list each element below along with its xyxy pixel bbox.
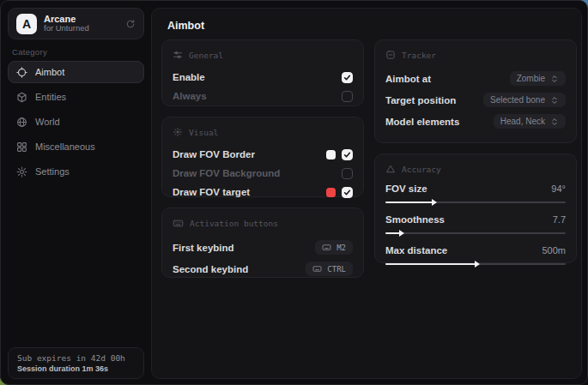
sliders-icon <box>173 50 183 60</box>
always-checkbox[interactable] <box>342 91 353 102</box>
setting-row-fov-border: Draw FOV Border <box>173 145 353 164</box>
slider-thumb[interactable] <box>432 199 437 206</box>
max-distance-slider[interactable] <box>385 263 566 265</box>
check-icon <box>343 189 351 196</box>
chevron-up-down-icon <box>550 96 559 105</box>
gear-icon <box>16 166 27 177</box>
fov-background-checkbox[interactable] <box>342 168 353 179</box>
fov-target-checkbox[interactable] <box>342 187 353 198</box>
setting-row-first-keybind: First keybind M2 <box>173 237 353 258</box>
activation-card: Activation buttons First keybind M2 Seco… <box>161 208 364 278</box>
setting-row-fov-background: Draw FOV Background <box>173 164 353 183</box>
setting-row-target-position: Target position Selected bone <box>385 89 566 111</box>
setting-label: Target position <box>385 95 456 105</box>
sidebar-item-aimbot[interactable]: Aimbot <box>8 61 144 83</box>
slider-thumb[interactable] <box>475 261 480 268</box>
slider-value: 7.7 <box>553 214 566 225</box>
first-keybind-button[interactable]: M2 <box>315 240 353 255</box>
keyboard-icon <box>312 264 322 274</box>
sidebar-item-label: Entities <box>35 92 66 102</box>
setting-label: Smoothness <box>385 214 445 225</box>
setting-row-always: Always <box>173 87 353 105</box>
keyboard-icon <box>322 243 331 252</box>
fov-border-checkbox[interactable] <box>342 149 353 160</box>
setting-row-fov-size: FOV size 94° <box>385 182 566 203</box>
card-title: Visual <box>189 128 218 137</box>
app-subtitle: for Unturned <box>44 24 118 33</box>
chevron-up-down-icon <box>550 117 559 126</box>
crosshair-icon <box>16 67 27 78</box>
setting-label: Enable <box>173 72 205 82</box>
dropdown-value: Selected bone <box>490 95 545 105</box>
card-title: Accuracy <box>402 165 441 174</box>
enable-checkbox[interactable] <box>342 72 353 83</box>
target-position-dropdown[interactable]: Selected bone <box>483 93 566 107</box>
card-title: Tracker <box>402 51 436 60</box>
page-title: Aimbot <box>167 20 204 32</box>
setting-label: Max distance <box>385 245 447 256</box>
category-label: Category <box>12 47 47 57</box>
brand-card: A Arcane for Unturned <box>8 8 144 39</box>
sidebar-item-label: Settings <box>35 166 70 177</box>
setting-row-smoothness: Smoothness 7.7 <box>385 213 566 234</box>
subscription-status-card: Sub expires in 42d 00h Session duration … <box>8 347 144 379</box>
sidebar-item-entities[interactable]: Entities <box>8 86 144 108</box>
sidebar-item-settings[interactable]: Settings <box>8 160 144 183</box>
model-elements-dropdown[interactable]: Head, Neck <box>494 114 566 129</box>
main-panel: Aimbot General Enable Always <box>151 8 582 379</box>
check-icon <box>343 74 351 81</box>
scan-icon <box>385 50 396 60</box>
app-logo: A <box>16 14 37 34</box>
setting-label: Draw FOV target <box>173 187 250 197</box>
slider-thumb[interactable] <box>399 230 404 237</box>
sidebar: A Arcane for Unturned Category Aimbot <box>1 1 151 384</box>
entities-icon <box>16 92 27 103</box>
chevron-up-down-icon <box>550 75 559 83</box>
setting-label: First keybind <box>173 243 234 253</box>
sidebar-nav: Aimbot Entities World <box>8 61 144 183</box>
globe-icon <box>16 117 27 128</box>
second-keybind-button[interactable]: CTRL <box>306 262 353 276</box>
keyboard-icon <box>173 218 184 229</box>
aimbot-at-dropdown[interactable]: Zombie <box>510 71 566 86</box>
triangle-icon <box>385 164 396 174</box>
color-swatch-red[interactable] <box>326 188 336 197</box>
setting-label: Draw FOV Background <box>173 168 280 178</box>
setting-row-aimbot-at: Aimbot at Zombie <box>385 68 566 89</box>
sidebar-item-world[interactable]: World <box>8 111 144 133</box>
general-card: General Enable Always <box>161 39 364 106</box>
setting-label: FOV size <box>385 183 427 194</box>
grid-icon <box>16 141 27 153</box>
setting-label: Second keybind <box>173 264 248 274</box>
smoothness-slider[interactable] <box>385 232 566 234</box>
slider-value: 94° <box>551 183 566 194</box>
tracker-card: Tracker Aimbot at Zombie Target position… <box>374 39 577 143</box>
setting-row-second-keybind: Second keybind CTRL <box>173 258 353 280</box>
sun-icon <box>173 127 183 137</box>
keybind-value: M2 <box>336 244 346 252</box>
app-window: A Arcane for Unturned Category Aimbot <box>0 0 588 385</box>
fov-size-slider[interactable] <box>385 202 566 203</box>
refresh-icon[interactable] <box>125 19 136 29</box>
dropdown-value: Zombie <box>517 74 545 83</box>
setting-row-model-elements: Model elements Head, Neck <box>385 111 566 132</box>
setting-label: Draw FOV Border <box>173 149 255 159</box>
color-swatch-white[interactable] <box>326 150 336 159</box>
check-icon <box>343 151 351 159</box>
setting-row-max-distance: Max distance 500m <box>385 244 566 265</box>
setting-row-enable: Enable <box>173 68 353 87</box>
setting-label: Model elements <box>385 117 459 127</box>
session-duration-text: Session duration 1m 36s <box>17 364 135 373</box>
keybind-value: CTRL <box>327 265 346 274</box>
card-title: General <box>189 51 223 60</box>
sidebar-item-label: World <box>35 117 60 127</box>
setting-row-fov-target: Draw FOV target <box>173 183 353 202</box>
setting-label: Always <box>173 91 207 101</box>
sub-expires-text: Sub expires in 42d 00h <box>17 353 135 363</box>
accuracy-card: Accuracy FOV size 94° Smoothness 7.7 <box>374 153 577 263</box>
sidebar-item-miscellaneous[interactable]: Miscellaneous <box>8 135 144 158</box>
slider-value: 500m <box>542 245 566 256</box>
setting-label: Aimbot at <box>385 74 431 84</box>
sidebar-item-label: Aimbot <box>35 67 64 77</box>
dropdown-value: Head, Neck <box>500 117 545 126</box>
